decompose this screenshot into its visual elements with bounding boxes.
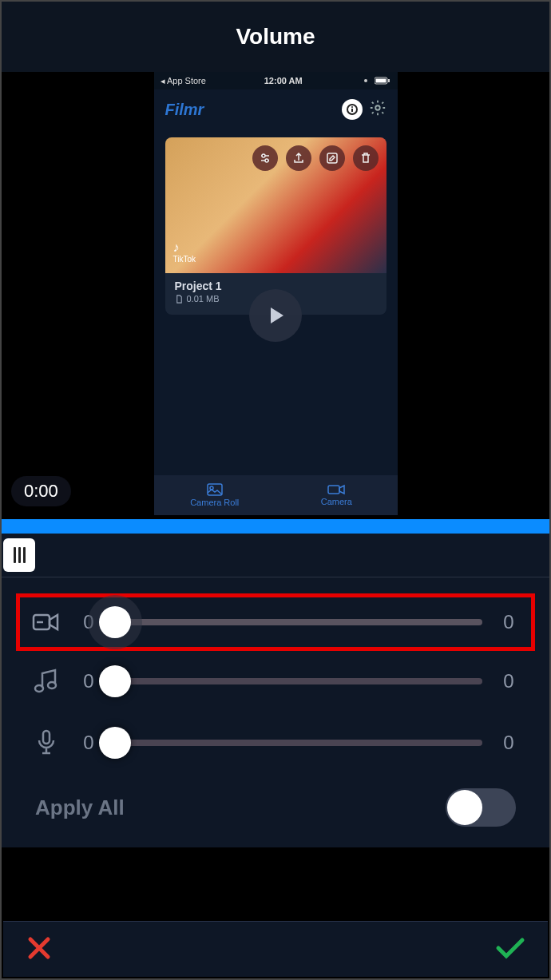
video-volume-left-value: 0 [77,611,101,633]
tiktok-watermark: ♪ TikTok [173,240,196,264]
timeline-handle[interactable] [3,538,35,572]
trash-icon[interactable] [353,145,379,171]
svg-point-11 [265,159,268,162]
playhead-time: 0:00 [11,476,71,506]
svg-rect-21 [43,731,50,744]
svg-point-6 [351,106,353,108]
toggle-knob [447,790,482,825]
svg-rect-3 [388,79,390,82]
apply-all-toggle[interactable] [446,788,516,827]
bottom-tabs: Camera Roll Camera [154,475,398,515]
slider-thumb[interactable] [99,727,131,759]
confirm-button[interactable] [495,936,525,963]
statusbar-back: ◂ App Store [161,76,206,86]
mic-volume-row: 0 0 [2,712,549,774]
timeline-progress-strip[interactable] [2,519,549,534]
project-thumbnail: ♪ TikTok [165,137,386,273]
slider-thumb[interactable] [99,665,131,697]
video-volume-right-value: 0 [497,611,521,633]
music-volume-left-value: 0 [77,670,101,692]
svg-marker-13 [271,307,283,323]
cancel-button[interactable] [26,934,53,965]
embedded-app-preview: ◂ App Store 12:00 AM Filmr [154,72,398,515]
video-volume-slider[interactable] [115,619,482,625]
volume-controls: 0 0 0 0 0 0 Apply All [2,577,549,847]
svg-point-20 [48,682,56,688]
music-volume-slider[interactable] [115,678,482,684]
share-icon[interactable] [286,145,311,171]
footer-actions [3,921,548,977]
gear-icon[interactable] [369,99,386,120]
page-title: Volume [236,24,315,50]
project-card[interactable]: ♪ TikTok Project 1 0.01 MB [165,137,386,315]
statusbar-time: 12:00 AM [264,76,303,85]
tab-camera[interactable]: Camera [276,475,398,515]
svg-rect-2 [376,79,386,83]
svg-rect-16 [328,486,339,494]
edit-icon[interactable] [319,145,345,171]
svg-point-0 [364,79,367,82]
app-header: Filmr [154,89,398,129]
mic-volume-right-value: 0 [497,732,521,754]
statusbar-right [360,77,390,85]
tab-camera-roll[interactable]: Camera Roll [154,475,276,515]
adjust-icon[interactable] [252,145,278,171]
status-bar: ◂ App Store 12:00 AM [154,72,398,89]
page-header: Volume [2,2,549,72]
mic-volume-slider[interactable] [115,740,482,746]
svg-point-10 [262,154,265,157]
music-icon [30,669,62,694]
play-button[interactable] [249,289,302,342]
mic-volume-left-value: 0 [77,732,101,754]
music-volume-right-value: 0 [497,670,521,692]
video-volume-row: 0 0 [2,593,549,651]
svg-point-19 [35,685,43,692]
svg-point-7 [375,105,380,110]
apply-all-label: Apply All [35,796,125,820]
svg-rect-12 [327,153,337,163]
music-volume-row: 0 0 [2,651,549,712]
timeline[interactable] [2,534,549,577]
svg-rect-5 [351,109,353,112]
slider-thumb[interactable] [99,606,131,638]
video-icon [30,611,62,633]
apply-all-row: Apply All [2,774,549,847]
video-preview-area: ◂ App Store 12:00 AM Filmr [2,72,549,519]
mic-icon [30,729,62,756]
svg-rect-14 [208,484,222,495]
info-icon[interactable] [342,99,363,120]
app-logo: Filmr [165,101,204,119]
